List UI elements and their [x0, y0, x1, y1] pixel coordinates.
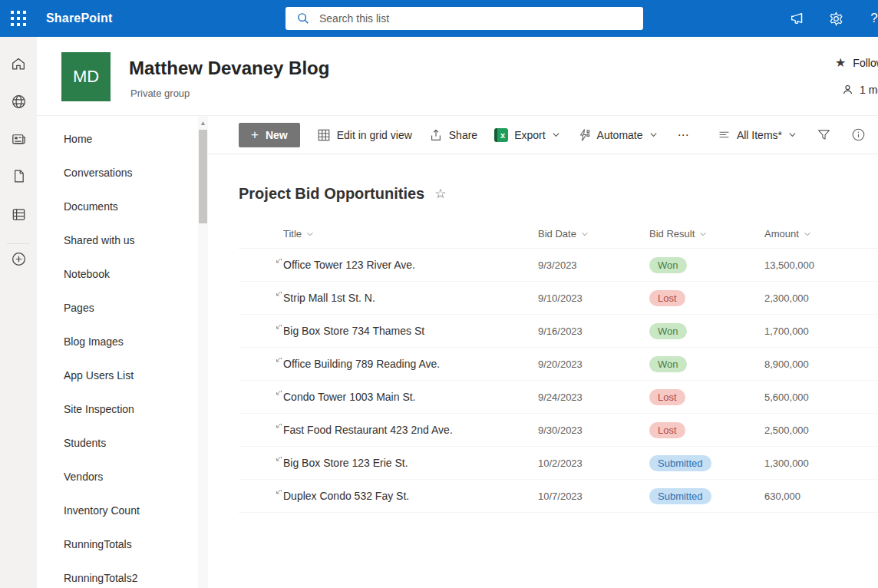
scrollbar-thumb[interactable] [199, 130, 207, 223]
sidebar-item-shared-with-us[interactable]: Shared with us [37, 223, 198, 257]
row-title-text[interactable]: Duplex Condo 532 Fay St. [283, 490, 409, 502]
title-cell[interactable]: Condo Tower 1003 Main St. [239, 391, 538, 403]
share-button[interactable]: Share [429, 128, 477, 142]
follow-star-icon: ★ [835, 55, 846, 70]
title-cell[interactable]: Office Building 789 Reading Ave. [239, 358, 538, 370]
sidebar-item-students[interactable]: Students [37, 426, 198, 460]
filter-button[interactable] [817, 127, 831, 142]
row-title-text[interactable]: Office Building 789 Reading Ave. [283, 358, 440, 370]
sidebar-item-app-users-list[interactable]: App Users List [37, 358, 198, 392]
row-title-text[interactable]: Condo Tower 1003 Main St. [283, 391, 416, 403]
status-badge: Submitted [649, 455, 711, 471]
column-header-title[interactable]: Title [239, 228, 538, 239]
edit-grid-view-label: Edit in grid view [337, 129, 412, 141]
rail-divider [7, 243, 30, 244]
sidebar-item-blog-images[interactable]: Blog Images [37, 325, 198, 358]
table-row[interactable]: Condo Tower 1003 Main St. 9/24/2023 Lost… [239, 381, 878, 414]
table-row[interactable]: Office Building 789 Reading Ave. 9/20/20… [239, 348, 878, 381]
new-button-label: New [266, 129, 288, 141]
title-cell[interactable]: Fast Food Restaurant 423 2nd Ave. [239, 424, 538, 436]
sidebar-item-label: RunningTotals [64, 538, 132, 550]
title-cell[interactable]: Office Tower 123 River Ave. [239, 259, 538, 271]
view-selector-button[interactable]: All Items* [718, 128, 797, 141]
edit-grid-view-button[interactable]: Edit in grid view [317, 128, 412, 142]
chevron-down-icon [552, 130, 560, 139]
person-icon [841, 83, 854, 96]
megaphone-button[interactable] [784, 0, 810, 37]
sidebar-item-label: App Users List [64, 369, 134, 382]
sidebar-item-label: Home [64, 133, 92, 145]
open-item-arrow-icon [274, 259, 282, 266]
app-launcher-button[interactable] [0, 0, 37, 37]
table-row[interactable]: Big Box Store 123 Erie St. 10/2/2023 Sub… [239, 447, 878, 480]
follow-label: Follow [853, 57, 878, 69]
sidebar-item-inventory-count[interactable]: Inventory Count [37, 494, 198, 527]
scroll-up-arrow[interactable]: ▲ [198, 120, 208, 127]
members-button[interactable]: 1 member [841, 83, 878, 96]
rail-sites-button[interactable] [0, 93, 37, 130]
sidebar-item-pages[interactable]: Pages [37, 291, 198, 325]
row-title-text[interactable]: Fast Food Restaurant 423 2nd Ave. [283, 424, 453, 436]
open-item-arrow-icon [274, 391, 282, 398]
title-cell[interactable]: Strip Mall 1st St. N. [239, 292, 538, 304]
sidebar-item-label: Conversations [64, 167, 133, 179]
column-header-bid-result[interactable]: Bid Result [649, 228, 764, 239]
row-title-text[interactable]: Office Tower 123 River Ave. [283, 259, 415, 271]
sidebar-item-label: Shared with us [64, 234, 135, 246]
sidebar-item-documents[interactable]: Documents [37, 190, 198, 223]
sidebar-item-runningtotals[interactable]: RunningTotals [37, 527, 198, 561]
more-commands-button[interactable]: ⋯ [678, 128, 690, 142]
site-header: MD Matthew Devaney Blog Private group ★ … [37, 37, 878, 115]
list-title-row: Project Bid Opportunities ☆ [239, 185, 878, 203]
column-header-label: Bid Date [538, 228, 576, 239]
sidebar-item-site-inspection[interactable]: Site Inspection [37, 392, 198, 426]
column-header-amount[interactable]: Amount [764, 228, 878, 239]
settings-button[interactable] [823, 0, 849, 37]
sidebar-item-home[interactable]: Home [37, 122, 198, 156]
new-button[interactable]: + New [239, 123, 300, 147]
details-pane-button[interactable] [851, 127, 866, 142]
sidebar-item-conversations[interactable]: Conversations [37, 156, 198, 190]
title-cell[interactable]: Duplex Condo 532 Fay St. [239, 490, 538, 502]
title-cell[interactable]: Big Box Store 123 Erie St. [239, 457, 538, 469]
table-row[interactable]: Fast Food Restaurant 423 2nd Ave. 9/30/2… [239, 414, 878, 447]
column-header-bid-date[interactable]: Bid Date [538, 228, 649, 239]
rail-home-button[interactable] [0, 55, 37, 93]
rail-news-button[interactable] [0, 130, 37, 168]
search-input[interactable] [319, 12, 619, 25]
rail-lists-button[interactable] [0, 206, 37, 243]
export-button[interactable]: x Export [494, 128, 559, 142]
table-row[interactable]: Office Tower 123 River Ave. 9/3/2023 Won… [239, 249, 878, 282]
title-cell[interactable]: Big Box Store 734 Thames St [239, 325, 538, 337]
table-row[interactable]: Strip Mall 1st St. N. 9/10/2023 Lost 2,3… [239, 282, 878, 315]
sidebar-item-notebook[interactable]: Notebook [37, 257, 198, 291]
site-avatar[interactable]: MD [61, 52, 111, 101]
row-bid-date: 9/24/2023 [538, 391, 649, 403]
row-amount: 5,600,000 [764, 391, 878, 403]
search-box[interactable] [286, 7, 643, 30]
table-row[interactable]: Big Box Store 734 Thames St 9/16/2023 Wo… [239, 315, 878, 348]
automate-button[interactable]: Automate [577, 128, 658, 142]
view-lines-icon [718, 128, 731, 141]
sidebar-item-vendors[interactable]: Vendors [37, 460, 198, 494]
sidebar-scrollbar[interactable]: ▲ [198, 116, 208, 588]
row-title-text[interactable]: Strip Mall 1st St. N. [283, 292, 375, 304]
rail-documents-button[interactable] [0, 168, 37, 206]
table-row[interactable]: Duplex Condo 532 Fay St. 10/7/2023 Submi… [239, 480, 878, 513]
follow-button[interactable]: ★ Follow [835, 55, 878, 70]
sidebar-item-label: Documents [64, 200, 118, 213]
site-title[interactable]: Matthew Devaney Blog [129, 58, 329, 79]
favorite-star-icon[interactable]: ☆ [434, 186, 446, 202]
status-badge: Lost [649, 422, 685, 438]
table-header-row: Title Bid Date Bid Result Amount [239, 220, 878, 249]
row-title-text[interactable]: Big Box Store 734 Thames St [283, 325, 424, 337]
main-content: + New Edit in grid view Share [208, 116, 878, 588]
filter-funnel-icon [817, 127, 831, 142]
sidebar-item-label: Blog Images [64, 335, 124, 348]
app-name[interactable]: SharePoint [46, 12, 112, 25]
sidebar-item-runningtotals2[interactable]: RunningTotals2 [37, 561, 198, 588]
help-button[interactable]: ? [861, 0, 878, 37]
rail-add-button[interactable] [0, 250, 37, 288]
row-title-text[interactable]: Big Box Store 123 Erie St. [283, 457, 408, 469]
status-badge: Lost [649, 290, 685, 306]
